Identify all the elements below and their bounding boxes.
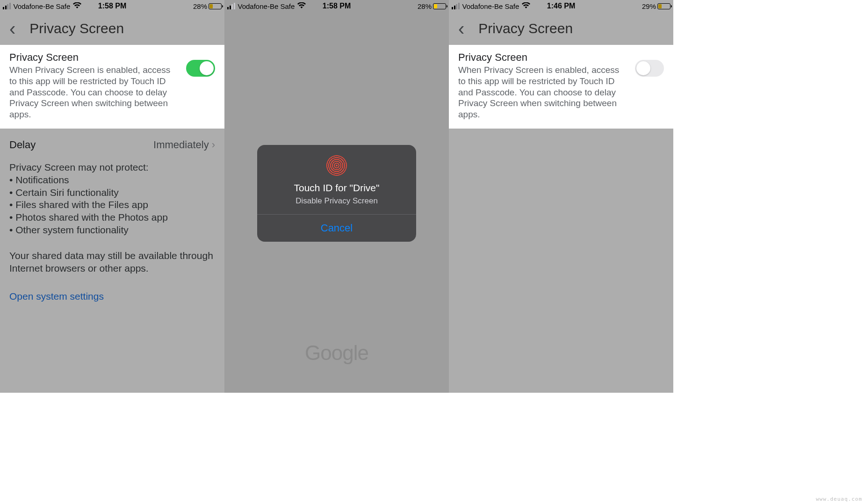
- google-logo: Google: [305, 341, 368, 365]
- touchid-subtitle: Disable Privacy Screen: [267, 196, 407, 206]
- settings-body: Delay Immediately › Privacy Screen may n…: [0, 129, 224, 393]
- page-title: Privacy Screen: [478, 21, 573, 36]
- phone-left: Vodafone-Be Safe 1:58 PM 28% ‹ Privacy S…: [0, 0, 224, 393]
- open-system-settings-link[interactable]: Open system settings: [9, 291, 104, 302]
- wifi-icon: [522, 2, 530, 10]
- card-desc: When Privacy Screen is enabled, access t…: [458, 65, 626, 120]
- clock-label: 1:58 PM: [98, 2, 126, 10]
- delay-row[interactable]: Delay Immediately ›: [9, 129, 215, 161]
- signal-icon: [227, 3, 235, 9]
- clock-label: 1:46 PM: [547, 2, 575, 10]
- back-button[interactable]: ‹: [458, 19, 464, 38]
- info-heading: Privacy Screen may not protect:: [9, 161, 215, 174]
- carrier-label: Vodafone-Be Safe: [238, 2, 295, 10]
- chevron-right-icon: ›: [212, 139, 215, 151]
- statusbar: Vodafone-Be Safe 1:58 PM 28%: [0, 0, 224, 12]
- privacy-screen-toggle[interactable]: [635, 60, 664, 77]
- info-footer: Your shared data may still be available …: [9, 250, 215, 275]
- signal-icon: [3, 3, 11, 9]
- battery-icon: [209, 3, 222, 9]
- page-title: Privacy Screen: [29, 21, 124, 36]
- info-bullet: • Files shared with the Files app: [9, 199, 215, 211]
- privacy-screen-card: Privacy Screen When Privacy Screen is en…: [0, 45, 224, 129]
- info-bullet: • Notifications: [9, 174, 215, 187]
- wifi-icon: [297, 2, 306, 10]
- statusbar: Vodafone-Be Safe 1:46 PM 29%: [449, 0, 673, 12]
- back-button[interactable]: ‹: [9, 19, 15, 38]
- card-title: Privacy Screen: [9, 51, 177, 64]
- cancel-button[interactable]: Cancel: [257, 214, 416, 242]
- delay-label: Delay: [9, 139, 36, 151]
- wifi-icon: [73, 2, 81, 10]
- battery-percent: 29%: [642, 2, 656, 10]
- delay-value: Immediately: [153, 139, 209, 151]
- info-bullet: • Other system functionality: [9, 224, 215, 237]
- info-bullet: • Photos shared with the Photos app: [9, 211, 215, 224]
- privacy-screen-card: Privacy Screen When Privacy Screen is en…: [449, 45, 673, 129]
- phone-right: Vodafone-Be Safe 1:46 PM 29% ‹ Privacy S…: [449, 0, 673, 393]
- clock-label: 1:58 PM: [323, 2, 351, 10]
- battery-icon: [433, 3, 446, 9]
- info-bullet: • Certain Siri functionality: [9, 187, 215, 199]
- touchid-title: Touch ID for "Drive": [267, 182, 407, 194]
- signal-icon: [452, 3, 460, 9]
- nav-header: ‹ Privacy Screen: [0, 12, 224, 45]
- nav-header: ‹ Privacy Screen: [449, 12, 673, 45]
- battery-percent: 28%: [418, 2, 432, 10]
- card-title: Privacy Screen: [458, 51, 626, 64]
- privacy-screen-toggle[interactable]: [186, 60, 215, 77]
- watermark: www.deuaq.com: [816, 496, 862, 502]
- info-block: Privacy Screen may not protect: • Notifi…: [9, 161, 215, 275]
- battery-percent: 28%: [193, 2, 207, 10]
- settings-body: [449, 129, 673, 393]
- battery-icon: [657, 3, 670, 9]
- carrier-label: Vodafone-Be Safe: [462, 2, 519, 10]
- carrier-label: Vodafone-Be Safe: [14, 2, 71, 10]
- card-desc: When Privacy Screen is enabled, access t…: [9, 65, 177, 120]
- phone-middle: Vodafone-Be Safe 1:58 PM 28% Touch ID fo…: [224, 0, 449, 393]
- touchid-modal: Touch ID for "Drive" Disable Privacy Scr…: [257, 145, 416, 242]
- statusbar: Vodafone-Be Safe 1:58 PM 28%: [224, 0, 449, 12]
- fingerprint-icon: [326, 155, 347, 176]
